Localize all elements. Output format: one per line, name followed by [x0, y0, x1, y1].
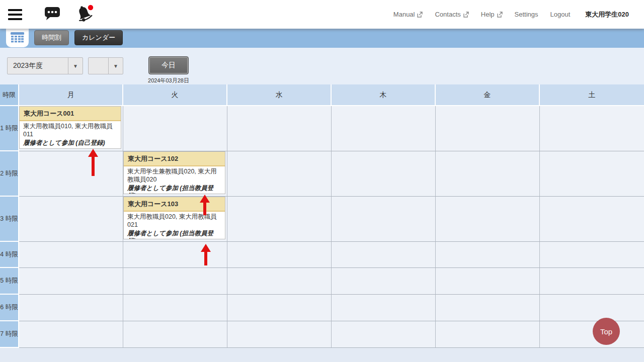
event-card-course102[interactable]: 東大用コース102 東大用学生兼教職員020, 東大用教職員020 履修者として…	[123, 151, 225, 194]
cell-tue-5	[123, 268, 227, 295]
cell-wed-1	[227, 106, 332, 151]
nav-logout-link[interactable]: Logout	[550, 11, 571, 18]
period-column-header: 時限	[0, 84, 19, 106]
cell-mon-3	[19, 197, 123, 242]
event-role: 履修者として参加 (自己登録)	[23, 139, 117, 147]
event-role: 履修者として参加 (担当教員登録)	[127, 230, 221, 240]
annotation-arrow-3	[200, 244, 212, 265]
period-label-5: 5 時限	[0, 268, 19, 295]
cell-fri-2	[436, 151, 540, 197]
top-navigation: Manual Contacts Help Settings Logout 東大用…	[393, 10, 644, 19]
cell-wed-3	[227, 197, 332, 242]
cell-fri-5	[436, 268, 540, 295]
tab-calendar[interactable]: カレンダー	[74, 30, 123, 45]
period-label-6: 6 時限	[0, 295, 19, 321]
period-row-1: 1 時限 東大用コース001 東大用教職員010, 東大用教職員011 履修者と…	[0, 106, 644, 151]
hamburger-menu-icon[interactable]	[8, 9, 22, 20]
cell-thu-5	[332, 268, 436, 295]
day-header-wed: 水	[227, 84, 332, 106]
cell-mon-1: 東大用コース001 東大用教職員010, 東大用教職員011 履修者として参加 …	[19, 106, 123, 151]
cell-fri-6	[436, 295, 540, 321]
period-row-4: 4 時限	[0, 242, 644, 268]
cell-tue-7	[123, 321, 227, 348]
event-card-course001[interactable]: 東大用コース001 東大用教職員010, 東大用教職員011 履修者として参加 …	[19, 106, 121, 149]
nav-manual-link[interactable]: Manual	[393, 11, 423, 18]
day-header-fri: 金	[436, 84, 540, 106]
cell-wed-5	[227, 268, 332, 295]
day-header-mon: 月	[19, 84, 123, 106]
period-label-7: 7 時限	[0, 321, 19, 348]
cell-wed-2	[227, 151, 332, 197]
cell-sat-2	[540, 151, 644, 197]
event-course-title: 東大用コース001	[20, 107, 121, 121]
cell-mon-4	[19, 242, 123, 268]
timetable-header-row: 時限 月 火 水 木 金 土	[0, 84, 644, 106]
current-date-label: 2024年03月28日	[142, 77, 195, 84]
nav-settings-link[interactable]: Settings	[515, 11, 538, 18]
timetable-grid: 時限 月 火 水 木 金 土 1 時限 東大用コース001 東大用教職員010,…	[0, 84, 644, 348]
today-button[interactable]: 今日	[148, 56, 189, 74]
cell-mon-2	[19, 151, 123, 197]
day-header-tue: 火	[123, 84, 227, 106]
scroll-to-top-button[interactable]: Top	[593, 318, 620, 345]
nav-contacts-link[interactable]: Contacts	[435, 11, 468, 18]
cell-fri-1	[436, 106, 540, 151]
event-members: 東大用学生兼教職員020, 東大用教職員020	[127, 168, 221, 184]
year-select[interactable]: 2023年度 ▼	[7, 57, 83, 74]
cell-tue-3: 東大用コース103 東大用教職員020, 東大用教職員021 履修者として参加 …	[123, 197, 227, 242]
cell-sat-7	[540, 321, 644, 348]
period-label-4: 4 時限	[0, 242, 19, 268]
period-row-6: 6 時限	[0, 295, 644, 321]
event-members: 東大用教職員010, 東大用教職員011	[23, 123, 117, 139]
cell-thu-6	[332, 295, 436, 321]
cell-mon-6	[19, 295, 123, 321]
cell-mon-5	[19, 268, 123, 295]
period-row-3: 3 時限 東大用コース103 東大用教職員020, 東大用教職員021 履修者と…	[0, 197, 644, 242]
cell-wed-6	[227, 295, 332, 321]
term-select[interactable]: ▼	[88, 57, 123, 74]
event-course-title: 東大用コース102	[124, 152, 225, 166]
cell-sat-3	[540, 197, 644, 242]
cell-sat-4	[540, 242, 644, 268]
period-row-7: 7 時限	[0, 321, 644, 348]
cell-wed-7	[227, 321, 332, 348]
external-link-icon	[497, 12, 503, 18]
cell-tue-6	[123, 295, 227, 321]
event-role: 履修者として参加 (担当教員登録)	[127, 185, 221, 195]
cell-thu-7	[332, 321, 436, 348]
cell-sat-5	[540, 268, 644, 295]
tab-band: 時間割 カレンダー	[0, 29, 644, 48]
cell-tue-2: 東大用コース102 東大用学生兼教職員020, 東大用教職員020 履修者として…	[123, 151, 227, 197]
cell-fri-7	[436, 321, 540, 348]
cell-tue-1	[123, 106, 227, 151]
nav-help-link[interactable]: Help	[481, 11, 503, 18]
top-bar: Manual Contacts Help Settings Logout 東大用…	[0, 0, 644, 29]
period-label-2: 2 時限	[0, 151, 19, 197]
notifications-bell-icon[interactable]	[75, 5, 95, 24]
cell-thu-2	[332, 151, 436, 197]
period-label-3: 3 時限	[0, 197, 19, 242]
cell-mon-7	[19, 321, 123, 348]
period-label-1: 1 時限	[0, 106, 19, 151]
day-header-thu: 木	[332, 84, 436, 106]
external-link-icon	[463, 12, 469, 18]
cell-thu-3	[332, 197, 436, 242]
day-header-sat: 土	[540, 84, 644, 106]
cell-thu-4	[332, 242, 436, 268]
external-link-icon	[417, 12, 423, 18]
page: Manual Contacts Help Settings Logout 東大用…	[0, 0, 644, 362]
cell-sat-6	[540, 295, 644, 321]
cell-wed-4	[227, 242, 332, 268]
event-members: 東大用教職員020, 東大用教職員021	[127, 213, 221, 229]
cell-fri-3	[436, 197, 540, 242]
cell-sat-1	[540, 106, 644, 151]
tab-timetable[interactable]: 時間割	[34, 30, 69, 45]
username: 東大用学生020	[585, 10, 629, 19]
chevron-down-icon: ▼	[108, 58, 123, 74]
chat-messages-icon[interactable]	[44, 7, 60, 22]
cell-thu-1	[332, 106, 436, 151]
annotation-arrow-1	[87, 149, 99, 176]
cell-fri-4	[436, 242, 540, 268]
period-row-5: 5 時限	[0, 268, 644, 295]
filter-panel: 2023年度 ▼ ▼ 今日 2024年03月28日	[0, 48, 644, 84]
